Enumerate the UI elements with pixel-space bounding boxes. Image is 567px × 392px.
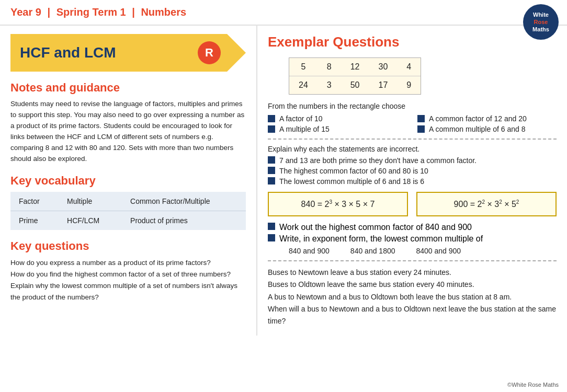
option-multiple-15-text: A multiple of 15 (279, 125, 330, 133)
bullet-icon-1 (268, 115, 275, 122)
cell-4: 4 (397, 58, 421, 76)
cell-9: 9 (397, 76, 421, 95)
vocab-table: Factor Multiple Common Factor/Multiple P… (10, 192, 246, 230)
vocab-cell-hcflcm: HCF/LCM (59, 211, 122, 230)
title-banner: HCF and LCM R (10, 34, 246, 72)
option-factor-10: A factor of 10 (268, 114, 407, 123)
cell-24: 24 (289, 76, 317, 95)
grid-table: 5 8 12 30 4 24 3 50 17 9 (289, 58, 421, 94)
explain-text-2: The highest common factor of 60 and 80 i… (279, 167, 428, 175)
sep1: | (48, 6, 53, 18)
subject-label: Numbers (141, 6, 186, 18)
bus-line-3: A bus to Newtown and a bus to Oldtown bo… (268, 291, 557, 303)
choose-text: From the numbers in the rectangle choose (268, 102, 557, 110)
term-label: Spring Term 1 (56, 6, 126, 18)
option-multiple-15: A multiple of 15 (268, 125, 407, 133)
bullet-icon-9 (268, 234, 275, 241)
year-label: Year 9 (10, 6, 41, 18)
explain-text-1: 7 and 13 are both prime so they don't ha… (279, 156, 477, 165)
number-pairs-row: 840 and 900 840 and 1800 8400 and 900 (289, 247, 557, 255)
main-content: HCF and LCM R Notes and guidance Student… (0, 26, 567, 336)
options-grid: A factor of 10 A common factor of 12 and… (268, 114, 557, 133)
cell-8: 8 (317, 58, 341, 76)
lesson-title: HCF and LCM (20, 44, 116, 61)
question-2: How do you find the highest common facto… (10, 269, 246, 280)
pair-1: 840 and 900 (289, 247, 330, 255)
wrm-logo: White Rose Maths (523, 4, 559, 40)
explain-text-3: The lowest common multiple of 6 and 18 i… (279, 177, 424, 186)
explain-item-3: The lowest common multiple of 6 and 18 i… (268, 177, 557, 186)
cell-17: 17 (369, 76, 398, 95)
vocab-cell-common: Common Factor/Multiple (122, 192, 246, 211)
explain-item-1: 7 and 13 are both prime so they don't ha… (268, 156, 557, 165)
pair-2: 840 and 1800 (350, 247, 395, 255)
vocab-cell-multiple: Multiple (59, 192, 122, 211)
bullet-icon-3 (268, 125, 275, 133)
cell-30: 30 (369, 58, 398, 76)
bullet-icon-6 (268, 167, 275, 174)
bullet-icon-8 (268, 223, 275, 230)
notes-heading: Notes and guidance (10, 81, 246, 95)
work-item-1: Work out the highest common factor of 84… (268, 223, 557, 232)
explain-item-2: The highest common factor of 60 and 80 i… (268, 167, 557, 175)
vocab-cell-product: Product of primes (122, 211, 246, 230)
vocab-row-2: Prime HCF/LCM Product of primes (10, 211, 246, 230)
notes-text: Students may need to revise the language… (10, 99, 246, 165)
right-column: Exemplar Questions 5 8 12 30 4 24 3 50 1… (256, 26, 567, 336)
page-title: Year 9 | Spring Term 1 | Numbers (10, 6, 186, 18)
copyright-text: ©White Rose Maths (507, 382, 559, 388)
bullet-icon-5 (268, 156, 275, 164)
questions-text: How do you express a number as a product… (10, 257, 246, 304)
grid-row-2: 24 3 50 17 9 (289, 76, 421, 95)
work-item-2: Write, in exponent form, the lowest comm… (268, 234, 557, 244)
question-3: Explain why the lowest common multiple o… (10, 280, 246, 304)
explain-intro: Explain why each the statements are inco… (268, 145, 557, 153)
option-common-multiple-text: A common multiple of 6 and 8 (429, 125, 525, 133)
sep2: | (132, 6, 138, 18)
cell-50: 50 (341, 76, 369, 95)
eq-box-900: 900 = 22 × 32 × 52 (416, 192, 557, 216)
bullet-icon-2 (417, 115, 425, 122)
vocab-cell-prime: Prime (10, 211, 59, 230)
vocab-row-1: Factor Multiple Common Factor/Multiple (10, 192, 246, 211)
bus-line-4: When will a bus to Newtown and a bus to … (268, 303, 557, 327)
cell-5: 5 (289, 58, 317, 76)
question-1: How do you express a number as a product… (10, 257, 246, 269)
questions-heading: Key questions (10, 239, 246, 253)
bus-problem: Buses to Newtown leave a bus station eve… (268, 267, 557, 327)
footer: ©White Rose Maths (507, 382, 559, 388)
bus-line-1: Buses to Newtown leave a bus station eve… (268, 267, 557, 279)
bullet-icon-4 (417, 125, 425, 133)
number-grid: 5 8 12 30 4 24 3 50 17 9 (289, 57, 421, 95)
equation-boxes: 840 = 23 × 3 × 5 × 7 900 = 22 × 32 × 52 (268, 192, 557, 216)
cell-12: 12 (341, 58, 369, 76)
exemplar-heading: Exemplar Questions (268, 34, 557, 50)
work-text-1: Work out the highest common factor of 84… (279, 223, 472, 232)
option-common-multiple: A common multiple of 6 and 8 (417, 125, 557, 133)
bus-line-2: Buses to Oldtown leave the same bus stat… (268, 279, 557, 291)
grid-row-1: 5 8 12 30 4 (289, 58, 421, 76)
divider-2 (268, 260, 557, 261)
cell-3: 3 (317, 76, 341, 95)
vocab-cell-factor: Factor (10, 192, 59, 211)
header: Year 9 | Spring Term 1 | Numbers White R… (0, 0, 567, 26)
r-badge: R (198, 41, 221, 64)
bullet-icon-7 (268, 177, 275, 185)
option-common-factor: A common factor of 12 and 20 (417, 114, 557, 123)
left-column: HCF and LCM R Notes and guidance Student… (0, 26, 256, 336)
pair-3: 8400 and 900 (416, 247, 461, 255)
vocab-heading: Key vocabulary (10, 174, 246, 188)
work-text-2: Write, in exponent form, the lowest comm… (279, 234, 483, 244)
eq-box-840: 840 = 23 × 3 × 5 × 7 (268, 192, 408, 216)
divider-1 (268, 139, 557, 140)
option-factor-10-text: A factor of 10 (279, 114, 323, 123)
option-common-factor-text: A common factor of 12 and 20 (429, 114, 527, 123)
